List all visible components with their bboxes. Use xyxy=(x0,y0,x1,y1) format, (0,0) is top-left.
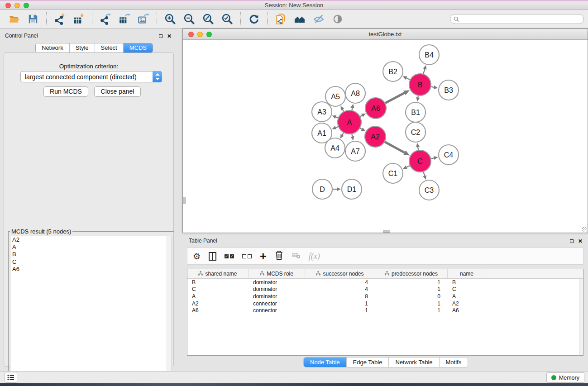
table-cell[interactable]: dominator xyxy=(249,293,305,300)
delete-table-icon[interactable] xyxy=(292,252,301,261)
graph-node-B1[interactable]: B1 xyxy=(406,102,425,122)
tab-network[interactable]: Network xyxy=(36,43,70,52)
table-cell[interactable]: 1 xyxy=(375,300,448,307)
graph-node-A7[interactable]: A7 xyxy=(345,141,365,161)
graph-edge-A-A6[interactable] xyxy=(360,114,366,117)
close-window-button[interactable] xyxy=(5,3,11,8)
zoom-out-icon[interactable] xyxy=(181,10,197,28)
graph-edge-C-C4[interactable] xyxy=(431,156,438,160)
table-cell[interactable]: 1 xyxy=(305,307,375,314)
table-cell[interactable]: B xyxy=(187,279,249,286)
task-history-button[interactable] xyxy=(5,372,17,383)
import-table-icon[interactable] xyxy=(71,10,87,28)
select-all-icon[interactable]: ✓✓ xyxy=(225,254,234,258)
table-cell[interactable]: connector xyxy=(249,307,305,314)
home-views-icon[interactable] xyxy=(292,10,308,28)
graph-node-C4[interactable]: C4 xyxy=(439,145,459,165)
memory-button[interactable]: Memory xyxy=(546,372,584,383)
table-cell[interactable]: B xyxy=(448,279,486,286)
table-cell[interactable]: 4 xyxy=(305,279,375,286)
tab-motifs[interactable]: Motifs xyxy=(440,357,468,367)
graph-node-D1[interactable]: D1 xyxy=(342,179,362,199)
graph-edge-B-B2[interactable] xyxy=(403,76,410,80)
table-cell[interactable]: A6 xyxy=(187,307,249,314)
graph-edge-A-A7[interactable] xyxy=(350,134,354,140)
vertical-scroll-thumb[interactable] xyxy=(183,197,186,204)
table-cell[interactable]: A xyxy=(187,293,249,300)
mcds-result-item[interactable]: A2 xyxy=(10,236,172,243)
tab-node-table[interactable]: Node Table xyxy=(304,357,347,367)
graph-node-A[interactable]: A xyxy=(338,110,361,134)
table-row[interactable]: Cdominator41C xyxy=(187,286,583,293)
minimize-network-button[interactable] xyxy=(197,32,203,37)
network-canvas[interactable]: AA1A2A3A4A5A6A7A8BB1B2B3B4CC1C2C3C4DD1 xyxy=(183,40,588,233)
graph-node-C3[interactable]: C3 xyxy=(419,180,439,200)
resize-grip[interactable] xyxy=(582,227,587,232)
table-cell[interactable]: 1 xyxy=(305,300,375,307)
graph-edge-C-C1[interactable] xyxy=(403,166,410,169)
show-graphics-icon[interactable] xyxy=(330,10,346,28)
graph-edge-A-A1[interactable] xyxy=(332,126,338,129)
scrollbar[interactable] xyxy=(167,236,172,386)
table-cell[interactable]: 1 xyxy=(375,279,448,286)
table-cell[interactable]: C xyxy=(448,286,486,292)
graph-node-A4[interactable]: A4 xyxy=(325,138,345,158)
graph-edge-A-A3[interactable] xyxy=(332,115,338,119)
export-network-icon[interactable] xyxy=(97,10,114,28)
zoom-fit-icon[interactable] xyxy=(200,10,216,28)
mcds-result-item[interactable]: A6 xyxy=(10,266,172,273)
close-table-panel-icon[interactable]: ✕ xyxy=(578,239,583,243)
graph-node-B4[interactable]: B4 xyxy=(419,45,439,65)
float-panel-icon[interactable] xyxy=(159,34,163,38)
table-row[interactable]: A2connector11A2 xyxy=(187,300,583,307)
save-session-icon[interactable] xyxy=(25,10,41,28)
table-cell[interactable]: 1 xyxy=(375,307,448,314)
horizontal-scroll-thumb[interactable] xyxy=(383,230,390,233)
table-cell[interactable]: 4 xyxy=(305,286,375,292)
export-table-icon[interactable] xyxy=(116,10,133,28)
table-row[interactable]: Bdominator41B xyxy=(187,279,583,286)
tab-network-table[interactable]: Network Table xyxy=(389,357,439,367)
mcds-result-item[interactable]: B xyxy=(10,251,172,258)
table-cell[interactable]: 0 xyxy=(375,293,448,300)
export-image-icon[interactable] xyxy=(135,10,152,28)
graph-node-C1[interactable]: C1 xyxy=(383,163,403,183)
graph-node-B2[interactable]: B2 xyxy=(383,62,403,81)
delete-row-icon[interactable] xyxy=(275,250,283,262)
graph-edge-A-A5[interactable] xyxy=(340,106,344,111)
graph-edge-A-A8[interactable] xyxy=(350,104,354,110)
graph-node-A8[interactable]: A8 xyxy=(345,83,365,103)
table-cell[interactable]: 8 xyxy=(305,293,375,300)
graph-node-A6[interactable]: A6 xyxy=(365,98,386,119)
graph-node-D[interactable]: D xyxy=(312,179,332,199)
column-header[interactable]: MCDS role xyxy=(249,269,305,278)
network-window-titlebar[interactable]: testGlobe.txt xyxy=(183,29,588,40)
table-cell[interactable]: dominator xyxy=(249,279,305,286)
graph-edge-A-A4[interactable] xyxy=(340,133,344,139)
close-network-button[interactable] xyxy=(188,32,194,37)
tab-style[interactable]: Style xyxy=(70,43,95,52)
table-cell[interactable]: A2 xyxy=(448,300,486,307)
table-cell[interactable]: A6 xyxy=(448,307,486,314)
mcds-result-item[interactable]: C xyxy=(10,258,172,266)
close-panel-button[interactable]: Close panel xyxy=(94,86,141,97)
table-cell[interactable]: C xyxy=(187,286,249,292)
graph-node-B[interactable]: B xyxy=(409,74,431,95)
deselect-all-icon[interactable] xyxy=(242,254,252,258)
run-mcds-button[interactable]: Run MCDS xyxy=(43,86,88,97)
tab-mcds[interactable]: MCDS xyxy=(124,43,153,52)
graph-edge-A-A2[interactable] xyxy=(360,128,366,131)
open-session-icon[interactable] xyxy=(6,10,22,28)
graph-edge-B-B4[interactable] xyxy=(423,65,426,74)
zoom-selected-icon[interactable] xyxy=(219,10,235,28)
graph-edge-C-C3[interactable] xyxy=(423,172,426,180)
graph-edge-D-D1[interactable] xyxy=(333,187,341,191)
minimize-window-button[interactable] xyxy=(14,3,20,8)
graph-edge-A6-B[interactable] xyxy=(385,90,410,103)
graph-node-A3[interactable]: A3 xyxy=(312,102,332,122)
graph-edge-B-B1[interactable] xyxy=(416,96,420,102)
add-row-icon[interactable]: + xyxy=(260,251,267,261)
graph-edge-A2-C[interactable] xyxy=(385,142,410,155)
table-cell[interactable]: A2 xyxy=(187,300,249,307)
tab-select[interactable]: Select xyxy=(95,43,124,52)
